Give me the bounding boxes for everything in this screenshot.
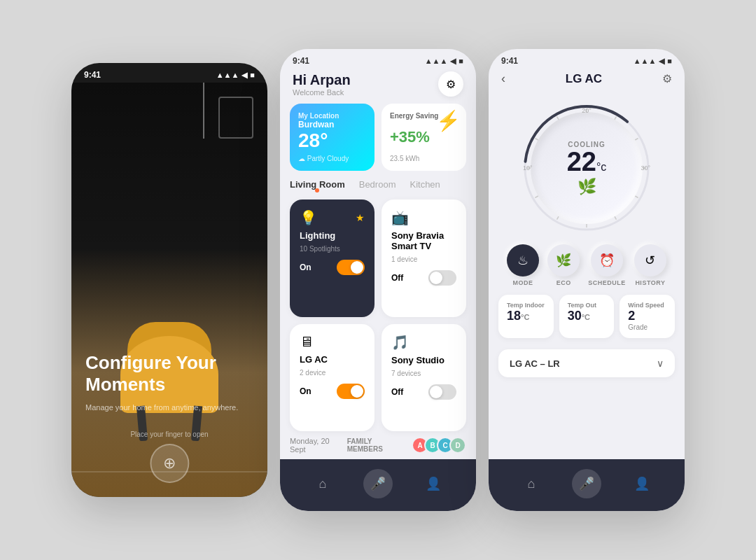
tab-kitchen[interactable]: Kitchen — [410, 179, 440, 192]
battery-icon-2: ■ — [458, 57, 463, 65]
lighting-toggle-row: On — [300, 260, 365, 275]
tab-bedroom[interactable]: Bedroom — [359, 179, 396, 192]
lightning-icon: ⚡ — [436, 109, 461, 132]
phone-1: 9:41 ▲▲▲ ◀ ■ Configure Your Moments Mana… — [71, 63, 267, 497]
nav-home-button[interactable]: ⌂ — [308, 469, 337, 498]
studio-count: 7 devices — [391, 370, 456, 377]
phone-2: 9:41 ▲▲▲ ◀ ■ Hi Arpan Welcome Back ⚙ My … — [280, 49, 476, 511]
tv-icon: 📺 — [391, 209, 409, 226]
phone-3: 9:41 ▲▲▲ ◀ ■ ‹ LG AC ⚙ — [489, 49, 685, 511]
hero-subtitle: Manage your home from anytime, anywhere. — [85, 402, 253, 414]
tv-toggle[interactable] — [428, 270, 456, 286]
studio-toggle[interactable] — [428, 384, 456, 400]
temp-indoor-label: Temp Indoor — [507, 302, 545, 309]
temp-out-value: 30°C — [568, 309, 606, 323]
p3-header: ‹ LG AC ⚙ — [489, 69, 685, 94]
lighting-icon-row: 💡 ★ — [300, 209, 365, 226]
lighting-name: Lighting — [300, 230, 365, 241]
studio-icon-row: 🎵 — [391, 334, 456, 351]
device-grid: 💡 ★ Lighting 10 Spotlights On 📺 Sony Bra… — [280, 200, 476, 431]
history-button[interactable]: ↺ HISTORY — [634, 244, 666, 286]
p3-nav-mic-button[interactable]: 🎤 — [572, 469, 601, 498]
ac-icon: 🖥 — [300, 334, 314, 350]
settings-button[interactable]: ⚙ — [438, 71, 463, 97]
battery-icon: ■ — [250, 71, 255, 79]
p3-nav-home-button[interactable]: ⌂ — [517, 469, 546, 498]
temp-range-top: 20° — [582, 107, 592, 114]
schedule-icon: ⏰ — [591, 244, 623, 276]
p2-footer: Monday, 20 Sept FAMILY MEMBERS A B C D — [280, 431, 476, 459]
avatar-stack: A B C D — [412, 437, 466, 454]
schedule-label-btn: SCHEDULE — [588, 279, 626, 286]
greeting-name: Hi Arpan — [293, 72, 351, 88]
signal-icon: ▲▲▲ — [216, 71, 239, 79]
time-1: 9:41 — [84, 70, 101, 80]
ac-name: LG AC — [300, 354, 365, 365]
room-tabs: Living Room Bedroom Kitchen — [280, 179, 476, 200]
footer-date: Monday, 20 Sept — [290, 437, 347, 454]
thermostat-dial[interactable]: COOLING 22°c 🌿 20° 10° 30° — [520, 102, 653, 234]
studio-name: Sony Studio — [391, 355, 456, 365]
nav-profile-button[interactable]: 👤 — [419, 469, 448, 498]
wifi-icon-2: ◀ — [450, 57, 456, 66]
p2-header: Hi Arpan Welcome Back ⚙ — [280, 69, 476, 104]
ac-toggle[interactable] — [337, 384, 365, 399]
temp-indoor-card: Temp Indoor 18°C — [498, 295, 554, 338]
greeting-prefix: Hi — [293, 72, 310, 88]
chevron-down-icon: ∨ — [657, 358, 664, 369]
tab-living-room[interactable]: Living Room — [290, 179, 345, 192]
temp-range-left: 10° — [523, 164, 533, 172]
wifi-icon-3: ◀ — [659, 57, 664, 66]
tv-card: 📺 Sony Bravia Smart TV 1 device Off — [382, 200, 466, 317]
wifi-icon: ◀ — [241, 71, 247, 80]
tv-icon-row: 📺 — [391, 209, 456, 226]
tv-count: 1 device — [391, 255, 456, 263]
fingerprint-button[interactable]: ⊕ — [150, 444, 189, 483]
studio-card: 🎵 Sony Studio 7 devices Off — [382, 324, 466, 431]
schedule-button[interactable]: ⏰ SCHEDULE — [588, 244, 626, 286]
history-icon: ↺ — [634, 244, 666, 276]
eco-button[interactable]: 🌿 ECO — [547, 244, 580, 286]
wall-art — [218, 97, 253, 139]
p2-navbar: ⌂ 🎤 👤 — [280, 459, 476, 511]
lighting-state: On — [300, 262, 312, 272]
wind-label: Wind Speed — [628, 302, 666, 309]
back-button[interactable]: ‹ — [501, 71, 505, 86]
p3-settings-button[interactable]: ⚙ — [662, 72, 672, 85]
mode-icon: ♨ — [507, 244, 539, 276]
temp-indoor-unit: °C — [521, 313, 529, 321]
temp-indoor-value: 18°C — [507, 309, 545, 323]
controls-row: ♨ MODE 🌿 ECO ⏰ SCHEDULE ↺ HISTORY — [489, 239, 685, 289]
signal-icon-2: ▲▲▲ — [425, 57, 448, 65]
tv-state: Off — [391, 273, 403, 283]
fingerprint-hint: Place your finger to open — [130, 430, 208, 438]
ac-count: 2 device — [300, 369, 365, 377]
weather-condition: ☁ Partly Cloudy — [298, 155, 366, 162]
mode-button[interactable]: ♨ MODE — [507, 244, 539, 286]
p3-navbar: ⌂ 🎤 👤 — [489, 459, 685, 511]
speaker-icon: 🎵 — [391, 334, 409, 351]
temperature: 28° — [298, 130, 366, 152]
family-row: FAMILY MEMBERS A B C D — [347, 437, 466, 454]
eco-label-btn: ECO — [556, 279, 571, 286]
nav-mic-button[interactable]: 🎤 — [363, 469, 393, 498]
energy-kwh: 23.5 kWh — [390, 155, 458, 162]
time-2: 9:41 — [293, 56, 309, 66]
toggle-thumb — [351, 261, 363, 274]
wind-speed-card: Wind Speed 2Grade — [620, 295, 675, 338]
ac-zone-dropdown[interactable]: LG AC – LR ∨ — [498, 349, 675, 377]
eco-leaf-icon: 🌿 — [578, 178, 596, 196]
ac-icon-row: 🖥 — [300, 334, 365, 350]
location-label: My Location — [298, 112, 366, 120]
p3-nav-profile-button[interactable]: 👤 — [627, 469, 657, 498]
wind-unit: Grade — [628, 323, 666, 331]
mode-label-btn: MODE — [513, 279, 533, 286]
temp-unit: °c — [596, 161, 606, 173]
temp-out-label: Temp Out — [568, 302, 606, 309]
city-name: Burdwan — [298, 120, 366, 130]
fingerprint-area: Place your finger to open ⊕ — [130, 430, 208, 483]
lighting-toggle[interactable] — [337, 260, 365, 275]
bulb-icon: 💡 — [300, 209, 317, 226]
stats-row: Temp Indoor 18°C Temp Out 30°C Wind Spee… — [489, 289, 685, 344]
hero-text-block: Configure Your Moments Manage your home … — [85, 352, 253, 413]
